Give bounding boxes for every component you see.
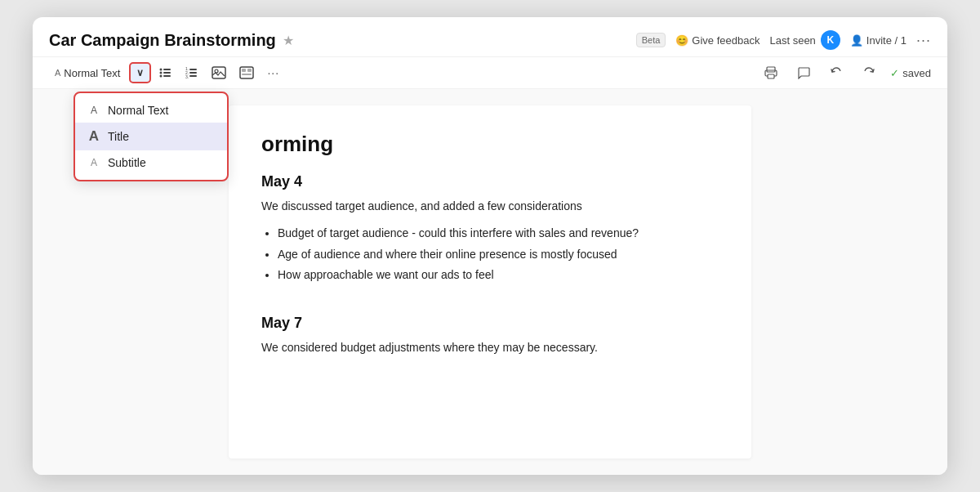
star-icon[interactable]: ★: [283, 33, 294, 48]
doc-heading-text: orming: [261, 132, 333, 156]
embed-icon: [239, 66, 254, 79]
doc-title: Car Campaign Brainstorming: [49, 31, 276, 50]
svg-rect-12: [212, 67, 225, 78]
text-style-icon: A: [55, 68, 60, 78]
text-style-dropdown-button[interactable]: ∨: [129, 62, 151, 83]
section-intro-1: We discussed target audience, and added …: [261, 197, 719, 215]
list-item: Age of audience and where their online p…: [278, 244, 719, 265]
title-text-label: Title: [108, 130, 129, 143]
svg-rect-18: [767, 67, 775, 72]
dropdown-item-subtitle[interactable]: A Subtitle: [75, 150, 227, 175]
more-options-button[interactable]: ···: [916, 32, 931, 49]
saved-status: ✓ saved: [890, 67, 931, 79]
normal-text-icon: A: [87, 105, 101, 116]
ordered-list-button[interactable]: 1. 2. 3.: [180, 63, 203, 83]
text-style-label: Normal Text: [64, 67, 120, 79]
dropdown-item-title[interactable]: A Title: [75, 123, 227, 150]
chevron-down-icon: ∨: [136, 67, 144, 78]
svg-point-4: [160, 75, 163, 78]
svg-rect-17: [242, 74, 252, 75]
svg-rect-20: [768, 74, 774, 78]
svg-rect-7: [189, 69, 197, 70]
feedback-icon: 😊: [675, 34, 688, 47]
image-button[interactable]: [207, 63, 231, 83]
title-bar-left: Car Campaign Brainstorming ★: [49, 31, 630, 50]
dropdown-item-normal[interactable]: A Normal Text: [75, 98, 227, 123]
svg-text:3.: 3.: [185, 74, 189, 79]
document-body: orming May 4 We discussed target audienc…: [229, 105, 751, 458]
last-seen-label: Last seen: [769, 34, 815, 47]
undo-icon: [830, 66, 843, 79]
print-icon: [764, 66, 777, 79]
svg-rect-5: [163, 75, 171, 77]
title-bar: Car Campaign Brainstorming ★ Beta 😊 Give…: [33, 17, 947, 57]
image-icon: [212, 66, 226, 79]
print-button[interactable]: [760, 63, 782, 83]
invite-button[interactable]: 👤 Invite / 1: [850, 34, 906, 47]
last-seen: Last seen K: [769, 30, 840, 50]
more-toolbar-button[interactable]: ···: [262, 63, 284, 83]
list-item: Budget of target audience - could this i…: [278, 223, 719, 244]
title-bar-right: Beta 😊 Give feedback Last seen K 👤 Invit…: [636, 30, 931, 50]
svg-rect-3: [163, 72, 171, 74]
comment-icon: [797, 66, 810, 79]
beta-badge: Beta: [636, 33, 666, 47]
svg-rect-9: [189, 72, 197, 74]
invite-label: Invite / 1: [866, 34, 906, 47]
section-date-1: May 4: [261, 173, 719, 190]
section-intro-2: We considered budget adjustments where t…: [261, 338, 719, 356]
doc-heading: orming: [261, 132, 719, 157]
app-window: Car Campaign Brainstorming ★ Beta 😊 Give…: [33, 17, 947, 475]
svg-rect-16: [247, 69, 252, 72]
undo-button[interactable]: [825, 63, 848, 83]
more-toolbar-icon: ···: [267, 66, 279, 79]
text-style-dropdown: A Normal Text A Title A Subtitle: [74, 92, 229, 181]
section-date-2: May 7: [261, 315, 719, 332]
redo-button[interactable]: [858, 63, 880, 83]
toolbar-left: A Normal Text ∨ 1.: [49, 62, 284, 83]
subtitle-text-label: Subtitle: [108, 156, 146, 169]
svg-rect-1: [163, 69, 171, 70]
list-item: How approachable we want our ads to feel: [278, 265, 719, 285]
comment-button[interactable]: [792, 63, 815, 83]
person-icon: 👤: [850, 34, 863, 47]
checkmark-icon: ✓: [890, 67, 899, 79]
list-ol-icon: 1. 2. 3.: [185, 66, 198, 79]
unordered-list-button[interactable]: [154, 63, 177, 83]
subtitle-text-icon: A: [87, 157, 101, 168]
redo-icon: [862, 66, 875, 79]
toolbar-right: ✓ saved: [760, 63, 931, 83]
svg-rect-11: [189, 75, 197, 77]
embed-button[interactable]: [234, 63, 259, 83]
svg-rect-15: [242, 69, 246, 72]
feedback-label: Give feedback: [692, 34, 760, 47]
feedback-button[interactable]: 😊 Give feedback: [675, 34, 760, 47]
text-style-button[interactable]: A Normal Text: [49, 63, 126, 83]
svg-rect-14: [240, 67, 253, 78]
list-ul-icon: [159, 66, 172, 79]
normal-text-label: Normal Text: [108, 104, 168, 117]
bullet-list-1: Budget of target audience - could this i…: [278, 223, 719, 285]
avatar: K: [821, 30, 840, 50]
title-text-icon: A: [87, 128, 101, 145]
saved-label-text: saved: [902, 67, 931, 79]
svg-point-13: [215, 69, 218, 73]
toolbar: A Normal Text ∨ 1.: [33, 57, 947, 89]
svg-point-2: [160, 72, 163, 74]
svg-point-0: [160, 69, 163, 71]
